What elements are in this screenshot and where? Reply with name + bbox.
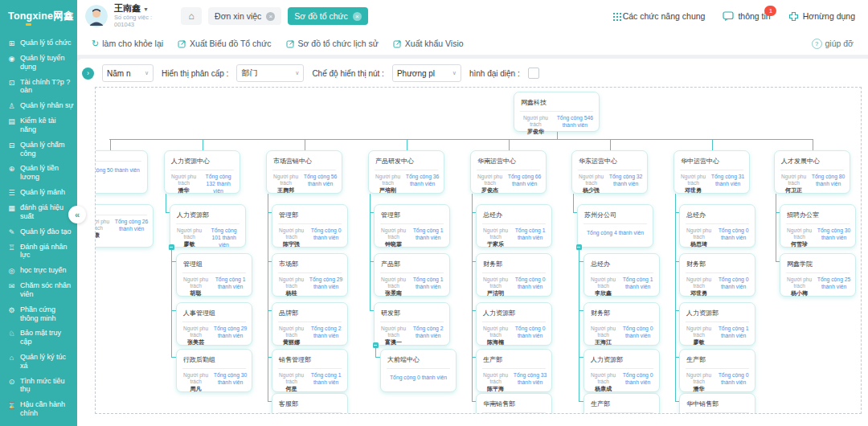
org-node-管理部[interactable]: 管理部Người phụ trách陈宇强Tổng cộng 0 thành v… bbox=[272, 204, 348, 248]
org-node-生产部[interactable]: 生产部Người phụ trách潘华Tổng cộng 0 thành vi… bbox=[679, 349, 755, 392]
toolbar-link-1[interactable]: ↻làm cho khỏe lại bbox=[92, 39, 163, 49]
node-member-count[interactable]: Tổng cộng 1 thành viên bbox=[620, 276, 655, 291]
org-node-招聘办公室[interactable]: 招聘办公室Người phụ trách何雪珍Tổng cộng 30 thàn… bbox=[780, 204, 856, 248]
sidebar-item-3[interactable]: ⊡Tài chính T?p ?oàn bbox=[0, 75, 77, 99]
node-member-count[interactable]: Tổng cộng 0 thành viên bbox=[385, 372, 452, 382]
node-member-count[interactable]: Tổng cộng 1 thành viên bbox=[411, 276, 445, 291]
org-node-网鑫科技[interactable]: 网鑫科技Người phụ trách罗俊华Tổng cộng 546 thàn… bbox=[514, 92, 600, 132]
sidebar-item-1[interactable]: ⊞Quản lý tổ chức bbox=[0, 35, 77, 51]
org-node-生产部[interactable]: 生产部Người phụ trách陈平海Tổng cộng 33 thành … bbox=[476, 349, 552, 392]
year-select[interactable]: Năm n ∨ bbox=[102, 64, 154, 82]
org-node-总经办[interactable]: 总经办Người phụ trách李欣鑫Tổng cộng 1 thành v… bbox=[583, 253, 660, 297]
node-member-count[interactable]: Tổng cộng 26 thành viên bbox=[114, 219, 149, 233]
org-node-人力资源部[interactable]: 人力资源部Người phụ trách廖敏Tổng cộng 1 thành … bbox=[679, 302, 755, 346]
org-node-财务部[interactable]: 财务部Người phụ trách邓世勇Tổng cộng 0 thành v… bbox=[679, 253, 755, 297]
level-select[interactable]: 部门 ∨ bbox=[236, 64, 304, 82]
node-member-count[interactable]: Tổng cộng 66 thành viên bbox=[507, 174, 542, 188]
user-block[interactable]: 王南鑫 ▼ Số công việc : 001043 bbox=[114, 4, 152, 27]
node-member-count[interactable]: Tổng cộng 1 thành viên bbox=[716, 326, 751, 340]
node-member-count[interactable]: Tổng cộng 546 thành viên bbox=[555, 115, 595, 129]
node-member-count[interactable]: Tổng cộng 29 thành viên bbox=[309, 276, 343, 291]
collapse-node-button[interactable] bbox=[169, 244, 174, 250]
node-member-count[interactable]: Tổng cộng 0 thành viên bbox=[620, 372, 655, 387]
node-member-count[interactable]: Tổng cộng 1 thành viên bbox=[213, 276, 248, 291]
sidebar-item-6[interactable]: ⊟Quản lý chấm công bbox=[0, 137, 77, 162]
node-member-count[interactable]: Tổng cộng 56 thành viên bbox=[303, 174, 338, 188]
org-node-华南销售部[interactable]: 华南销售部 bbox=[476, 393, 552, 414]
node-member-count[interactable]: Tổng cộng 30 thành viên bbox=[213, 372, 248, 387]
node-member-count[interactable]: Tổng cộng 31 thành viên bbox=[710, 174, 745, 188]
org-node-财务部[interactable]: 财务部Người phụ trách王海江Tổng cộng 0 thành v… bbox=[583, 302, 660, 346]
node-member-count[interactable]: Tổng cộng 1 thành viên bbox=[309, 372, 343, 387]
sidebar-item-10[interactable]: ✎Quản lý đào tạo bbox=[0, 224, 77, 240]
header-action-3[interactable]: Hơnừng dụng bbox=[788, 11, 855, 22]
node-member-count[interactable]: Tổng cộng 0 thành viên bbox=[513, 276, 547, 291]
org-node-销售管理部[interactable]: 销售管理部Người phụ trách何星Tổng cộng 1 thành … bbox=[272, 349, 348, 392]
org-node-华中运营中心[interactable]: 华中运营中心Người phụ trách邓世勇Tổng cộng 31 thà… bbox=[674, 150, 750, 194]
org-node-人事管理组[interactable]: 人事管理组Người phụ trách张美芸Tổng cộng 29 thàn… bbox=[176, 302, 252, 346]
org-node-网鑫学院[interactable]: 网鑫学院Người phụ trách杨小梅Tổng cộng 25 thành… bbox=[780, 253, 856, 297]
org-node-管理组[interactable]: 管理组Người phụ trách胡聪Tổng cộng 1 thành vi… bbox=[176, 253, 252, 297]
org-node-产品部[interactable]: 产品部Người phụ trách张景南Tổng cộng 1 thành v… bbox=[374, 253, 450, 297]
node-member-count[interactable]: Tổng cộng 33 thành viên bbox=[513, 372, 547, 387]
node-member-count[interactable]: Tổng cộng 36 thành viên bbox=[405, 174, 440, 188]
node-member-count[interactable]: Tổng cộng 0 thành viên bbox=[513, 326, 547, 340]
org-node[interactable]: Tổng cộng 50 thành viên bbox=[95, 150, 148, 194]
node-member-count[interactable]: Tổng cộng 25 thành viên bbox=[817, 276, 851, 291]
org-node-品牌部[interactable]: 品牌部Người phụ trách黄丽娜Tổng cộng 2 thành v… bbox=[272, 302, 348, 346]
org-node-市场营销中心[interactable]: 市场营销中心Người phụ trách王腾邦Tổng cộng 56 thà… bbox=[266, 150, 342, 194]
org-node-产品研发中心[interactable]: 产品研发中心Người phụ trách严培刚Tổng cộng 36 thà… bbox=[368, 150, 444, 194]
org-node-华南运营中心[interactable]: 华南运营中心Người phụ trách罗俊杰Tổng cộng 66 thà… bbox=[470, 150, 547, 194]
org-node-人力资源部[interactable]: 人力资源部Người phụ trách陈海楠Tổng cộng 0 thành… bbox=[476, 302, 552, 346]
sidebar-item-16[interactable]: ⌂Quản lý ký túc xá bbox=[0, 350, 77, 374]
org-node-华东运营中心[interactable]: 华东运营中心Người phụ trách杨少强Tổng cộng 32 thà… bbox=[571, 150, 648, 194]
org-node-客服部[interactable]: 客服部 bbox=[272, 393, 348, 414]
sidebar-item-18[interactable]: ⌛Hậu cần hành chính bbox=[0, 397, 77, 421]
node-member-count[interactable]: Tổng cộng 4 thành viên bbox=[582, 227, 649, 237]
org-node-总经办[interactable]: 总经办Người phụ trách杨思琦Tổng cộng 0 thành v… bbox=[679, 204, 755, 248]
node-member-count[interactable]: Tổng cộng 0 thành viên bbox=[716, 227, 751, 242]
sidebar-item-15[interactable]: ♘Bảo mật truy cập bbox=[0, 326, 77, 350]
sidebar-item-2[interactable]: ◉Quản lý tuyển dụng bbox=[0, 51, 77, 75]
sidebar-item-8[interactable]: ☰Quản lý mảnh bbox=[0, 185, 77, 200]
node-member-count[interactable]: Tổng cộng 0 thành viên bbox=[620, 326, 655, 340]
avatar-checkbox[interactable] bbox=[528, 68, 539, 79]
help-button[interactable]: ? giúp đỡ bbox=[812, 39, 854, 49]
org-node-人才发展中心[interactable]: 人才发展中心Người phụ trách何卫正Tổng cộng 80 thà… bbox=[774, 150, 850, 194]
org-node-财务部[interactable]: 财务部Người phụ trách严洁明Tổng cộng 0 thành v… bbox=[476, 253, 552, 297]
sidebar-item-4[interactable]: ♙Quản lý nhân sự bbox=[0, 98, 77, 113]
node-member-count[interactable]: Tổng cộng 50 thành viên bbox=[95, 165, 143, 174]
node-member-count[interactable]: Tổng cộng 101 thành viên bbox=[207, 227, 241, 248]
org-node-生产部[interactable]: 生产部 bbox=[583, 393, 660, 414]
tab-home[interactable]: ⌂ bbox=[181, 7, 202, 25]
node-member-count[interactable]: Tổng cộng 2 thành viên bbox=[411, 326, 445, 340]
expand-panel-button[interactable]: › bbox=[82, 68, 94, 80]
node-member-count[interactable]: Tổng cộng 80 thành viên bbox=[811, 174, 845, 188]
collapse-node-button[interactable] bbox=[576, 244, 582, 250]
org-node-人力资源部[interactable]: 人力资源部Người phụ trách杨康成Tổng cộng 0 thành… bbox=[583, 349, 660, 392]
org-node-管理部[interactable]: 管理部Người phụ trách钟晓霖Tổng cộng 1 thành v… bbox=[374, 204, 450, 248]
org-node-研发部[interactable]: 研发部Người phụ trách富澳一Tổng cộng 2 thành v… bbox=[374, 302, 450, 346]
toolbar-link-2[interactable]: Xuất Biểu đồ Tổ chức bbox=[178, 39, 271, 48]
node-member-count[interactable]: Tổng cộng 29 thành viên bbox=[213, 326, 248, 340]
node-member-count[interactable]: Tổng cộng 0 thành viên bbox=[309, 227, 343, 242]
node-member-count[interactable]: Tổng cộng 32 thành viên bbox=[608, 174, 643, 188]
sidebar-item-13[interactable]: ✉Chăm sóc nhân viên bbox=[0, 278, 77, 302]
avatar[interactable] bbox=[85, 5, 108, 27]
org-node-大前端中心[interactable]: 大前端中心Tổng cộng 0 thành viên bbox=[380, 349, 457, 392]
org-chart-canvas[interactable]: 网鑫科技Người phụ trách罗俊华Tổng cộng 546 thàn… bbox=[95, 87, 862, 414]
org-node-华中销售部[interactable]: 华中销售部 bbox=[679, 393, 755, 414]
node-mode-select[interactable]: Phương pl ∨ bbox=[392, 64, 461, 82]
tab-1[interactable]: Đơn xin việc× bbox=[208, 7, 281, 25]
tab-2[interactable]: Sơ đồ tổ chức× bbox=[288, 7, 367, 25]
header-action-1[interactable]: Các chức năng chung bbox=[613, 11, 706, 21]
close-icon[interactable]: × bbox=[266, 12, 275, 21]
toolbar-link-3[interactable]: Sơ đồ tổ chức lịch sử bbox=[286, 39, 379, 48]
node-member-count[interactable]: Tổng cộng 132 thành viên bbox=[201, 174, 235, 195]
close-icon[interactable]: × bbox=[353, 12, 362, 21]
org-node[interactable]: Người phụ trách康Tổng cộng 26 thành viên bbox=[95, 204, 154, 248]
sidebar-item-17[interactable]: ⊙Tình mức tiêu thụ bbox=[0, 374, 77, 398]
org-node-人力资源部[interactable]: 人力资源部Người phụ trách廖敏Tổng cộng 101 thàn… bbox=[170, 204, 246, 248]
node-member-count[interactable]: Tổng cộng 30 thành viên bbox=[817, 227, 851, 242]
node-member-count[interactable]: Tổng cộng 1 thành viên bbox=[513, 227, 547, 242]
